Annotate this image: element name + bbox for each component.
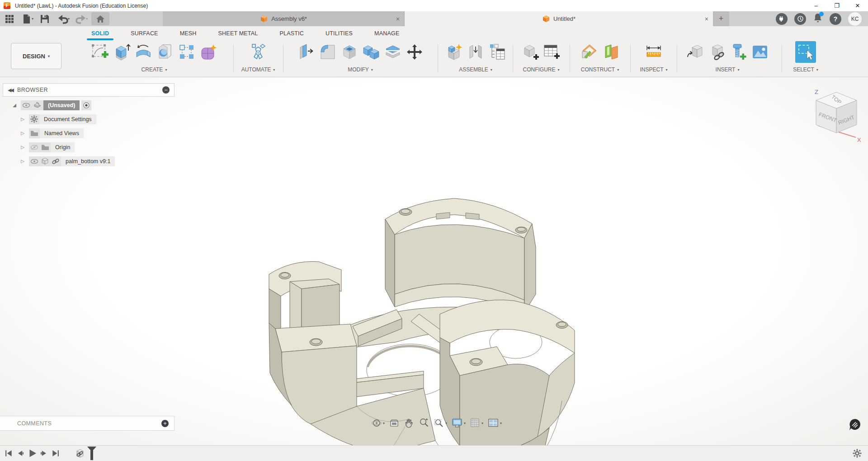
visibility-eye-icon[interactable] (21, 100, 32, 110)
fit-button[interactable]: ▾ (432, 417, 448, 429)
activate-radio-icon[interactable] (81, 100, 91, 110)
expand-triangle-icon[interactable]: ◢ (11, 103, 18, 108)
browser-item-label[interactable]: Document Settings (39, 114, 96, 124)
minimize-button[interactable]: – (806, 0, 826, 11)
file-menu-caret[interactable]: ▾ (32, 17, 33, 21)
browser-row-document-settings[interactable]: ▷ Document Settings (19, 113, 175, 125)
tab-close-icon[interactable]: × (705, 15, 708, 23)
hidden-eye-icon[interactable] (29, 142, 40, 152)
viewports-button[interactable]: ▾ (486, 417, 503, 429)
create-sketch-button[interactable] (90, 41, 110, 63)
press-pull-button[interactable] (296, 41, 316, 63)
viewport-canvas[interactable]: ◀◀ BROWSER − ◢ (Unsaved) ▷ (0, 78, 868, 445)
ribbon-group-label-automate[interactable]: AUTOMATE▾ (241, 66, 275, 73)
ribbon-group-label-insert[interactable]: INSERT▾ (716, 66, 740, 73)
construction-plane-button[interactable] (579, 41, 599, 63)
display-settings-button[interactable]: ▾ (450, 417, 467, 429)
restore-button[interactable]: ❐ (826, 0, 847, 11)
collapsed-triangle-icon[interactable]: ▷ (19, 145, 26, 150)
undo-caret[interactable]: ▾ (68, 17, 70, 21)
ribbon-tab-plastic[interactable]: PLASTIC (269, 26, 315, 40)
rectangular-pattern-button[interactable] (176, 41, 197, 63)
document-tab-assembly[interactable]: Assembly v6* × (163, 11, 405, 26)
timeline-settings-gear-icon[interactable] (853, 449, 862, 458)
ribbon-group-label-select[interactable]: SELECT▾ (793, 66, 818, 73)
fillet-button[interactable] (317, 41, 338, 63)
fit-caret[interactable]: ▾ (445, 421, 447, 425)
offset-plane-button[interactable] (600, 41, 621, 63)
browser-row-named-views[interactable]: ▷ Named Views (19, 127, 175, 139)
select-window-button[interactable] (795, 41, 816, 63)
insert-derive-button[interactable] (684, 41, 705, 63)
timeline-feature-marker[interactable] (74, 446, 98, 461)
ribbon-tab-surface[interactable]: SURFACE (120, 26, 169, 40)
extensions-icon[interactable] (776, 13, 788, 25)
ribbon-tab-manage[interactable]: MANAGE (363, 26, 410, 40)
comments-panel[interactable]: COMMENTS + (0, 416, 175, 431)
move-copy-button[interactable] (404, 41, 425, 63)
hole-button[interactable] (155, 41, 175, 63)
recent-clock-icon[interactable] (794, 13, 806, 25)
redo-caret[interactable]: ▾ (86, 17, 88, 21)
ribbon-group-label-modify[interactable]: MODIFY▾ (348, 66, 373, 73)
ribbon-group-label-inspect[interactable]: INSPECT▾ (640, 66, 667, 73)
revolve-button[interactable] (133, 41, 154, 63)
ribbon-group-label-create[interactable]: CREATE▾ (142, 66, 167, 73)
bom-table-button[interactable] (487, 41, 508, 63)
measure-button[interactable] (643, 41, 664, 63)
app-grid-icon[interactable] (3, 13, 16, 25)
collapsed-triangle-icon[interactable]: ▷ (19, 159, 26, 164)
browser-header[interactable]: ◀◀ BROWSER − (3, 83, 175, 97)
look-at-button[interactable] (387, 417, 401, 429)
browser-item-label[interactable]: Origin (51, 142, 75, 152)
root-component-label[interactable]: (Unsaved) (43, 100, 80, 110)
ribbon-group-label-configure[interactable]: CONFIGURE▾ (523, 66, 559, 73)
tab-close-icon[interactable]: × (396, 15, 400, 23)
browser-row-origin[interactable]: ▷ Origin (19, 141, 175, 153)
linked-component-feature-icon[interactable] (74, 448, 86, 460)
new-component-button[interactable] (443, 41, 464, 63)
save-icon[interactable] (38, 13, 52, 25)
configuration-table-button[interactable] (542, 41, 562, 63)
pan-button[interactable] (402, 417, 416, 429)
grid-caret[interactable]: ▾ (481, 421, 483, 425)
extrude-button[interactable] (111, 41, 132, 63)
timeline-step-back-button[interactable] (14, 447, 26, 459)
browser-minimize-icon[interactable]: − (162, 86, 170, 94)
create-form-button[interactable] (198, 41, 219, 63)
add-comment-icon[interactable]: + (161, 420, 169, 427)
insert-linked-button[interactable] (706, 41, 727, 63)
view-cube[interactable]: TOP FRONT RIGHT Z X (808, 86, 865, 142)
combine-button[interactable] (361, 41, 382, 63)
ribbon-tab-mesh[interactable]: MESH (169, 26, 208, 40)
shell-button[interactable] (339, 41, 360, 63)
timeline-step-forward-button[interactable] (38, 447, 50, 459)
automate-configurator-button[interactable] (248, 41, 269, 63)
timeline-play-button[interactable] (26, 447, 38, 459)
new-tab-button[interactable]: + (713, 11, 729, 26)
browser-item-label[interactable]: palm_bottom v9:1 (61, 156, 115, 166)
insert-canvas-button[interactable] (750, 41, 770, 63)
collapsed-triangle-icon[interactable]: ▷ (19, 117, 26, 122)
timeline-position-marker[interactable] (86, 446, 98, 461)
orbit-button[interactable]: ▾ (370, 417, 386, 429)
collapsed-triangle-icon[interactable]: ▷ (19, 131, 26, 136)
grid-and-snaps-button[interactable]: ▾ (468, 417, 485, 429)
document-tab-untitled[interactable]: Untitled* × (405, 11, 713, 26)
timeline-go-to-end-button[interactable] (50, 447, 61, 459)
workspace-selector[interactable]: DESIGN▾ (11, 43, 61, 69)
notifications-icon[interactable] (813, 13, 823, 25)
ribbon-group-label-construct[interactable]: CONSTRUCT▾ (581, 66, 619, 73)
insert-fastener-button[interactable] (728, 41, 749, 63)
joint-button[interactable] (465, 41, 486, 63)
home-view-button[interactable] (91, 12, 109, 25)
user-avatar[interactable]: KC (848, 12, 862, 26)
browser-root-row[interactable]: ◢ (Unsaved) (11, 99, 175, 111)
split-body-button[interactable] (382, 41, 403, 63)
feedback-bubble-icon[interactable] (848, 418, 862, 432)
help-icon[interactable]: ? (830, 13, 841, 25)
ribbon-group-label-assemble[interactable]: ASSEMBLE▾ (459, 66, 492, 73)
browser-row-palm-bottom[interactable]: ▷ palm_bottom v9:1 (19, 155, 175, 167)
ribbon-tab-sheet-metal[interactable]: SHEET METAL (208, 26, 269, 40)
viewports-caret[interactable]: ▾ (500, 421, 502, 425)
